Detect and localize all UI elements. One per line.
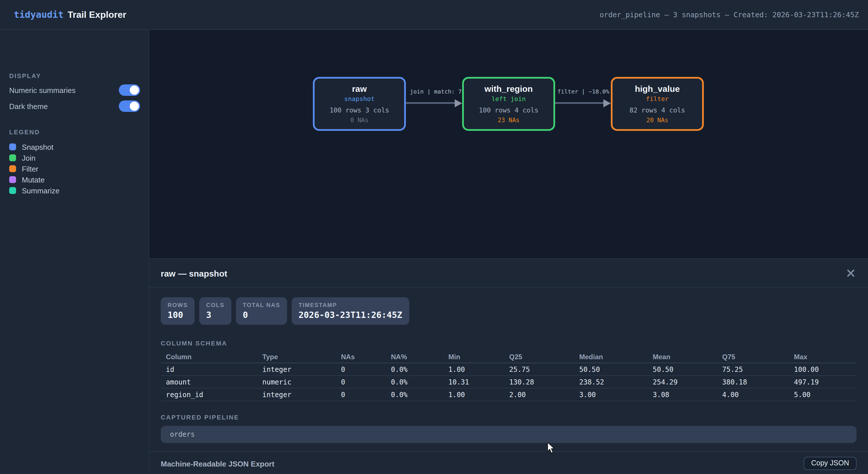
cell: 100.00 (789, 365, 857, 373)
edge-filter-label[interactable]: filter | −18.0% (557, 88, 610, 95)
numeric-summaries-toggle[interactable] (119, 84, 140, 96)
table-row: id integer 0 0.0% 1.00 25.75 50.50 50.50… (161, 363, 857, 376)
cell: 0 (336, 365, 386, 373)
cell: 1.00 (443, 365, 504, 373)
legend-item-snapshot: Snapshot (9, 143, 53, 151)
pipeline-graph-canvas: join | match: 7 filter | −18.0% raw snap… (149, 30, 868, 258)
node-dims: 100 rows 4 cols (479, 107, 538, 114)
join-swatch-icon (9, 154, 16, 161)
cell: 2.00 (504, 390, 574, 399)
cell: 0 (336, 378, 386, 386)
toggle-knob (130, 86, 139, 95)
cell: 0.0% (386, 378, 443, 386)
cell: id (161, 365, 257, 373)
cell: integer (257, 390, 336, 399)
legend-label: Join (22, 154, 36, 162)
node-title: with_region (485, 84, 533, 94)
cell: region_id (161, 390, 257, 399)
close-icon[interactable] (846, 268, 856, 278)
schema-heading: COLUMN SCHEMA (161, 340, 227, 347)
brand-wrap: tidyaudit Trail Explorer (14, 9, 126, 20)
node-raw[interactable]: raw snapshot 100 rows 3 cols 0 NAs (313, 77, 406, 131)
table-header-row: Column Type NAs NA% Min Q25 Median Mean … (161, 351, 857, 363)
node-op: left join (491, 96, 526, 103)
chip-label: TOTAL NAS (243, 302, 280, 308)
col-header: Column (161, 353, 257, 361)
stat-chip-cols: COLS 3 (199, 297, 231, 325)
edge-join-line[interactable] (406, 102, 456, 104)
toggle-row-dark-theme: Dark theme (9, 100, 140, 112)
stat-chip-total-nas: TOTAL NAS 0 (236, 297, 287, 325)
edge-join-arrowhead-icon (455, 99, 462, 107)
legend-heading: LEGEND (9, 129, 40, 135)
legend-label: Summarize (22, 186, 60, 195)
edge-filter-line[interactable] (555, 102, 604, 104)
chip-value: 100 (167, 310, 188, 320)
cell: 1.00 (443, 390, 504, 399)
header: tidyaudit Trail Explorer order_pipeline … (0, 0, 868, 30)
edge-filter-arrowhead-icon (603, 99, 611, 107)
cell: 3.00 (574, 390, 648, 399)
brand-logo: tidyaudit (14, 9, 63, 20)
cell: 497.19 (789, 378, 857, 386)
panel-titlebar: raw — snapshot (149, 259, 868, 287)
legend-item-join: Join (9, 154, 36, 162)
col-header: Mean (648, 353, 717, 361)
cell: 238.52 (574, 378, 648, 386)
cell: 254.29 (648, 378, 717, 386)
dark-theme-toggle[interactable] (119, 100, 140, 112)
cell: 130.28 (504, 378, 574, 386)
pipeline-code-block: orders (161, 426, 857, 443)
col-header: NAs (336, 353, 386, 361)
cell: numeric (257, 378, 336, 386)
legend-label: Snapshot (22, 143, 53, 151)
display-heading: DISPLAY (9, 72, 41, 79)
app-root: tidyaudit Trail Explorer order_pipeline … (0, 0, 868, 474)
node-op: snapshot (344, 96, 375, 103)
export-label: Machine-Readable JSON Export (161, 460, 274, 468)
mouse-cursor-icon (547, 442, 556, 456)
col-header: NA% (386, 353, 443, 361)
copy-json-button[interactable]: Copy JSON (804, 457, 857, 470)
dark-theme-label: Dark theme (9, 102, 48, 110)
chip-value: 2026-03-23T11:26:45Z (299, 310, 402, 320)
toggle-row-numeric-summaries: Numeric summaries (9, 84, 140, 96)
col-header: Type (257, 353, 336, 361)
legend-item-mutate: Mutate (9, 176, 45, 184)
stat-chips: ROWS 100 COLS 3 TOTAL NAS 0 TIMESTAMP 20… (161, 297, 409, 325)
node-nas: 23 NAs (498, 117, 520, 123)
summarize-swatch-icon (9, 187, 16, 194)
cell: integer (257, 365, 336, 373)
cell: 25.75 (504, 365, 574, 373)
legend-item-summarize: Summarize (9, 187, 60, 194)
node-with-region[interactable]: with_region left join 100 rows 4 cols 23… (462, 77, 555, 131)
stat-chip-rows: ROWS 100 (161, 297, 195, 325)
node-nas: 20 NAs (646, 117, 668, 123)
col-header: Q25 (504, 353, 574, 361)
node-dims: 100 rows 3 cols (330, 107, 389, 114)
cell: 50.50 (648, 365, 717, 373)
node-dims: 82 rows 4 cols (629, 107, 685, 114)
stat-chip-timestamp: TIMESTAMP 2026-03-23T11:26:45Z (291, 297, 409, 325)
cell: 50.50 (574, 365, 648, 373)
chip-label: COLS (206, 302, 224, 308)
edge-join-label[interactable]: join | match: 7 (410, 88, 463, 95)
col-header: Q75 (717, 353, 789, 361)
node-high-value[interactable]: high_value filter 82 rows 4 cols 20 NAs (611, 77, 704, 131)
filter-swatch-icon (9, 165, 16, 172)
col-header: Median (574, 353, 648, 361)
panel-title: raw — snapshot (161, 268, 227, 278)
cell: 0.0% (386, 365, 443, 373)
legend-item-filter: Filter (9, 165, 38, 173)
chip-value: 0 (243, 310, 280, 320)
table-row: amount numeric 0 0.0% 10.31 130.28 238.5… (161, 376, 857, 388)
detail-panel: raw — snapshot ROWS 100 COLS 3 TOTAL NAS… (149, 258, 868, 474)
col-header: Min (443, 353, 504, 361)
chip-label: TIMESTAMP (299, 302, 402, 308)
cell: 4.00 (717, 390, 789, 399)
cell: 0 (336, 390, 386, 399)
cell: 10.31 (443, 378, 504, 386)
page-title: Trail Explorer (67, 10, 126, 20)
numeric-summaries-label: Numeric summaries (9, 86, 75, 94)
export-bar: Machine-Readable JSON Export Copy JSON (149, 451, 868, 474)
